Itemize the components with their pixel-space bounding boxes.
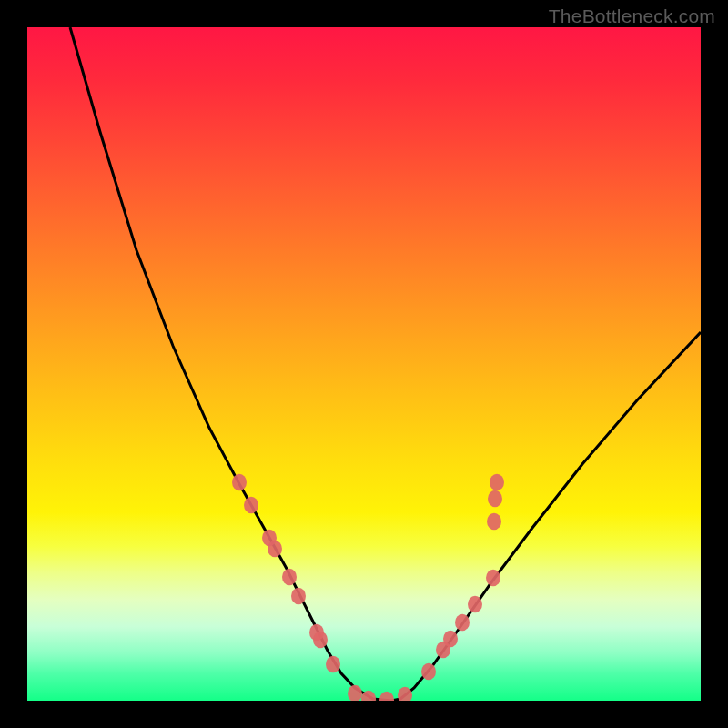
data-marker [379, 692, 394, 701]
data-marker [455, 614, 470, 631]
data-marker [348, 685, 362, 701]
data-marker [244, 497, 258, 513]
data-marker [313, 632, 328, 648]
data-marker [421, 663, 436, 680]
data-marker [468, 596, 482, 612]
data-marker [488, 490, 502, 507]
data-marker [326, 656, 340, 672]
chart-frame: TheBottleneck.com [0, 0, 728, 728]
data-marker [443, 631, 458, 647]
data-marker [268, 541, 282, 557]
data-marker [232, 474, 247, 490]
bottleneck-curve [70, 27, 701, 701]
chart-svg [27, 27, 701, 701]
data-markers [232, 474, 504, 701]
watermark-text: TheBottleneck.com [549, 5, 715, 27]
data-marker [282, 569, 297, 585]
data-marker [486, 570, 500, 586]
data-marker [487, 513, 501, 530]
data-marker [291, 588, 306, 604]
plot-area [27, 27, 701, 701]
data-marker [398, 687, 412, 701]
data-marker [490, 474, 504, 490]
